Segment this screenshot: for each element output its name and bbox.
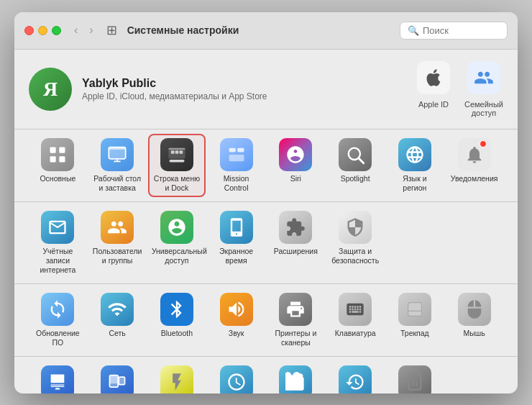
svg-rect-11 <box>179 150 183 154</box>
grid-icon[interactable]: ⊞ <box>106 22 117 38</box>
search-box[interactable]: 🔍 <box>400 22 508 40</box>
sidecar-icon <box>101 365 134 393</box>
screentime-icon <box>220 211 253 244</box>
pref-security[interactable]: Защита ибезопасность <box>326 206 385 279</box>
pref-mouse[interactable]: Мышь <box>445 288 503 352</box>
update-icon <box>41 293 74 326</box>
network-label: Сеть <box>109 329 125 338</box>
trackpad-icon <box>398 293 431 326</box>
general-label: Основные <box>40 174 75 183</box>
pref-notify[interactable]: Уведомления <box>445 134 503 197</box>
svg-rect-0 <box>50 147 56 153</box>
svg-rect-14 <box>229 155 244 161</box>
spotlight-icon <box>339 138 372 171</box>
svg-rect-17 <box>408 303 422 317</box>
sound-icon <box>220 293 253 326</box>
pref-screentime[interactable]: Экранноевремя <box>207 206 265 279</box>
svg-rect-1 <box>60 147 65 153</box>
timemachine-icon <box>339 365 372 393</box>
pref-printers[interactable]: Принтеры исканеры <box>267 288 325 352</box>
content-area: Я Yablyk Public Apple ID, iCloud, медиам… <box>14 50 518 393</box>
spotlight-label: Spotlight <box>341 174 370 183</box>
pref-startup[interactable]: Загрузочныйдиск <box>386 361 444 393</box>
users-icon <box>101 211 134 244</box>
family-action[interactable]: Семейныйдоступ <box>464 61 503 117</box>
printers-label: Принтеры исканеры <box>275 329 317 347</box>
close-button[interactable] <box>24 26 34 35</box>
energy-icon <box>160 365 193 393</box>
pref-extensions[interactable]: Расширения <box>267 206 325 279</box>
pref-keyboard[interactable]: Клавиатура <box>326 288 385 352</box>
pref-timemachine[interactable]: TimeMachine <box>326 361 385 393</box>
mouse-label: Мышь <box>464 329 485 338</box>
profile-actions: Apple ID Семейныйдоступ <box>417 61 503 117</box>
svg-rect-20 <box>110 376 119 384</box>
svg-rect-13 <box>237 147 244 152</box>
search-input[interactable] <box>423 25 500 36</box>
extensions-icon <box>279 211 312 244</box>
pref-general[interactable]: Основные <box>29 134 87 197</box>
update-label: ОбновлениеПО <box>36 329 80 347</box>
security-label: Защита ибезопасность <box>331 247 379 265</box>
desktop-icon <box>101 138 134 171</box>
pref-access[interactable]: Универсальныйдоступ <box>148 206 206 279</box>
pref-mission[interactable]: MissionControl <box>207 134 265 197</box>
bluetooth-icon <box>160 293 193 326</box>
dock-icon <box>160 138 193 171</box>
forward-button[interactable]: › <box>86 23 96 37</box>
desktop-label: Рабочий столи заставка <box>93 174 141 193</box>
avatar[interactable]: Я <box>29 68 72 111</box>
back-button[interactable]: ‹ <box>71 23 81 37</box>
notification-badge <box>480 140 487 147</box>
pref-desktop[interactable]: Рабочий столи заставка <box>88 134 147 197</box>
datetime-icon <box>220 365 253 393</box>
svg-rect-8 <box>169 160 184 163</box>
trackpad-label: Трекпад <box>400 329 429 338</box>
pref-users[interactable]: Пользователии группы <box>88 206 147 279</box>
divider-4 <box>14 356 518 357</box>
profile-section: Я Yablyk Public Apple ID, iCloud, медиам… <box>29 61 503 117</box>
access-icon <box>160 211 193 244</box>
pref-network[interactable]: Сеть <box>88 288 147 352</box>
traffic-lights <box>24 26 61 35</box>
apple-id-action[interactable]: Apple ID <box>417 61 450 117</box>
apple-id-icon <box>417 61 450 94</box>
pref-energy[interactable]: Экономияэнергии <box>148 361 206 393</box>
pref-trackpad[interactable]: Трекпад <box>386 288 444 352</box>
pref-datetime[interactable]: Дата ивремя <box>207 361 265 393</box>
pref-siri[interactable]: Siri <box>267 134 325 197</box>
pref-sharing[interactable]: Общийдоступ <box>267 361 325 393</box>
mission-icon <box>220 138 253 171</box>
pref-update[interactable]: ОбновлениеПО <box>29 288 87 352</box>
section-3-grid: ОбновлениеПО Сеть Bluetooth Звук <box>29 288 503 352</box>
divider-3 <box>14 283 518 284</box>
sound-label: Звук <box>229 329 244 338</box>
extensions-label: Расширения <box>274 247 318 256</box>
keyboard-label: Клавиатура <box>335 329 376 338</box>
minimize-button[interactable] <box>38 26 47 35</box>
pref-dock[interactable]: Строка менюи Dock <box>148 134 206 197</box>
printers-icon <box>279 293 312 326</box>
keyboard-icon <box>339 293 372 326</box>
siri-label: Siri <box>290 174 301 183</box>
pref-sidecar[interactable]: Sidecar <box>88 361 147 393</box>
users-label: Пользователии группы <box>93 247 142 265</box>
access-label: Универсальныйдоступ <box>152 247 202 265</box>
bluetooth-label: Bluetooth <box>161 329 193 338</box>
screentime-label: Экранноевремя <box>219 247 253 265</box>
pref-sound[interactable]: Звук <box>207 288 265 352</box>
accounts-icon <box>41 211 74 244</box>
pref-bluetooth[interactable]: Bluetooth <box>148 288 206 352</box>
svg-rect-10 <box>175 150 179 154</box>
pref-language[interactable]: Язык ирегион <box>386 134 444 197</box>
notify-label: Уведомления <box>451 174 498 183</box>
svg-rect-9 <box>171 150 175 154</box>
zoom-button[interactable] <box>52 26 61 35</box>
svg-rect-12 <box>229 147 235 152</box>
svg-rect-7 <box>168 147 185 149</box>
pref-monitors[interactable]: Мониторы <box>29 361 87 393</box>
pref-accounts[interactable]: Учётныезаписи интернета <box>29 206 87 279</box>
pref-spotlight[interactable]: Spotlight <box>326 134 385 197</box>
divider-1 <box>14 129 518 129</box>
dock-label: Строка менюи Dock <box>154 174 200 193</box>
